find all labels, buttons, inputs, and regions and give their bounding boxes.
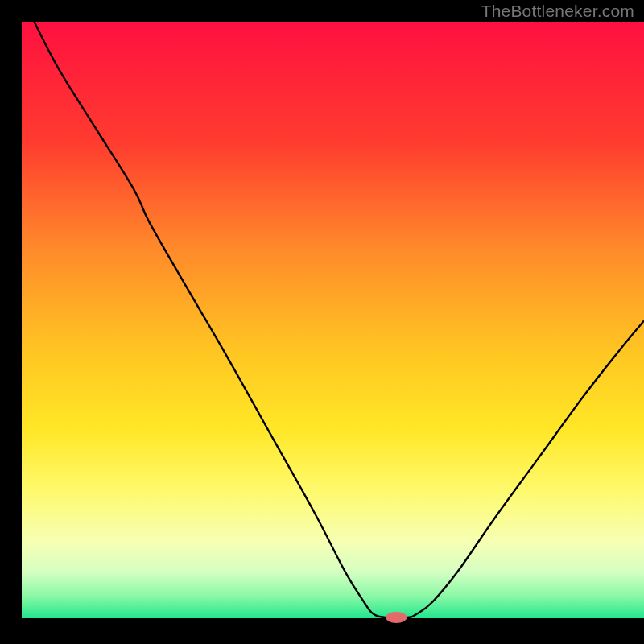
chart-stage: { "watermark": "TheBottleneker.com", "ch… [0, 0, 644, 644]
bottleneck-chart [0, 0, 644, 644]
gradient-plot-area [22, 22, 644, 620]
watermark-text: TheBottleneker.com [481, 2, 634, 21]
optimal-point-marker [386, 612, 407, 623]
